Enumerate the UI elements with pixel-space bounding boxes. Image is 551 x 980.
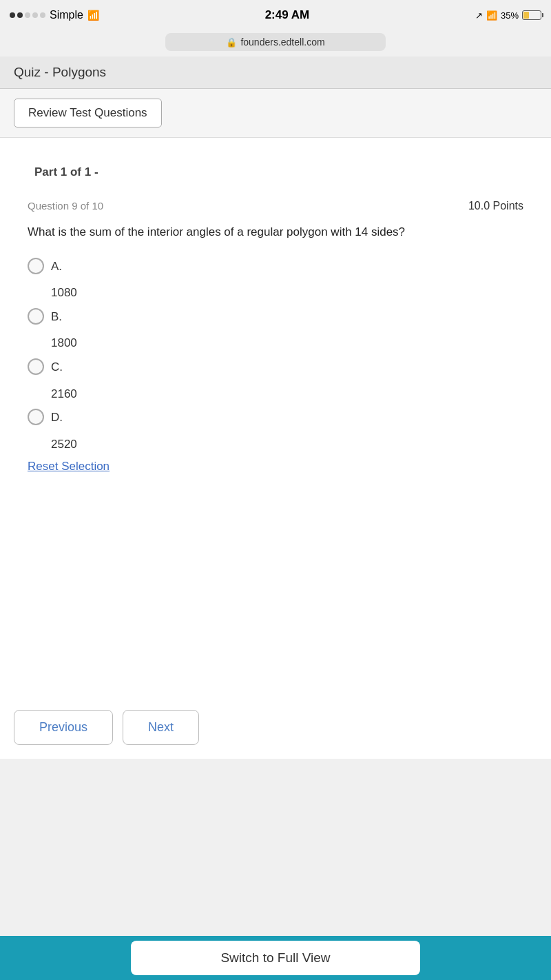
url-box[interactable]: 🔒 founders.edtell.com [165, 33, 386, 51]
status-left: Simple 📶 [10, 9, 99, 21]
radio-a[interactable] [28, 258, 44, 274]
battery-icon [522, 10, 541, 20]
radio-b[interactable] [28, 308, 44, 325]
answer-value-d: 2520 [51, 436, 523, 453]
page-header: Quiz - Polygons [0, 57, 551, 89]
dot-5 [40, 12, 45, 18]
answer-label-c: C. [51, 358, 63, 376]
time-display: 2:49 AM [265, 8, 310, 22]
page-title: Quiz - Polygons [14, 65, 106, 79]
dot-2 [17, 12, 23, 18]
battery-percent: 35% [501, 10, 519, 21]
answer-label-a: A. [51, 258, 62, 276]
battery-fill [523, 12, 529, 19]
answer-label-d: D. [51, 409, 63, 427]
question-text: What is the sum of the interior angles o… [21, 223, 530, 241]
answer-option-d[interactable]: D. [28, 409, 523, 427]
review-test-questions-button[interactable]: Review Test Questions [14, 99, 162, 127]
question-number: Question 9 of 10 [28, 200, 103, 212]
answer-option-b[interactable]: B. [28, 308, 523, 326]
answer-value-b: 1800 [51, 335, 523, 351]
main-content: Part 1 of 1 - Question 9 of 10 10.0 Poin… [0, 138, 551, 689]
battery-indicator [522, 10, 541, 20]
dot-4 [32, 12, 38, 18]
previous-button[interactable]: Previous [14, 710, 113, 745]
answer-value-c: 2160 [51, 386, 523, 402]
wifi-icon: 📶 [87, 10, 99, 21]
answer-option-c[interactable]: C. [28, 358, 523, 376]
question-meta: Question 9 of 10 10.0 Points [21, 200, 530, 212]
bluetooth-icon: 📶 [486, 10, 497, 21]
radio-c[interactable] [28, 358, 44, 375]
lock-icon: 🔒 [226, 37, 237, 48]
navigation-buttons: Previous Next [0, 689, 551, 759]
radio-d[interactable] [28, 409, 44, 425]
status-bar: Simple 📶 2:49 AM ↗ 📶 35% [0, 0, 551, 30]
next-button[interactable]: Next [123, 710, 199, 745]
switch-to-full-view-button[interactable]: Switch to Full View [131, 941, 420, 975]
url-text: founders.edtell.com [240, 37, 324, 48]
answer-value-a: 1080 [51, 285, 523, 301]
part-label: Part 1 of 1 - [34, 165, 537, 179]
bottom-bar: Switch to Full View [0, 936, 551, 980]
signal-dots [10, 12, 45, 18]
reset-selection-link[interactable]: Reset Selection [21, 460, 116, 473]
answer-choices: A. 1080 B. 1800 C. 2160 D. 2520 [21, 258, 530, 453]
answer-label-b: B. [51, 308, 62, 326]
status-right: ↗ 📶 35% [475, 10, 541, 21]
carrier-label: Simple [50, 9, 83, 21]
dot-3 [25, 12, 30, 18]
button-bar: Review Test Questions [0, 89, 551, 138]
question-container: Question 9 of 10 10.0 Points What is the… [14, 200, 537, 473]
answer-option-a[interactable]: A. [28, 258, 523, 276]
url-bar: 🔒 founders.edtell.com [0, 30, 551, 57]
location-icon: ↗ [475, 10, 483, 21]
question-points: 10.0 Points [468, 200, 523, 212]
dot-1 [10, 12, 15, 18]
